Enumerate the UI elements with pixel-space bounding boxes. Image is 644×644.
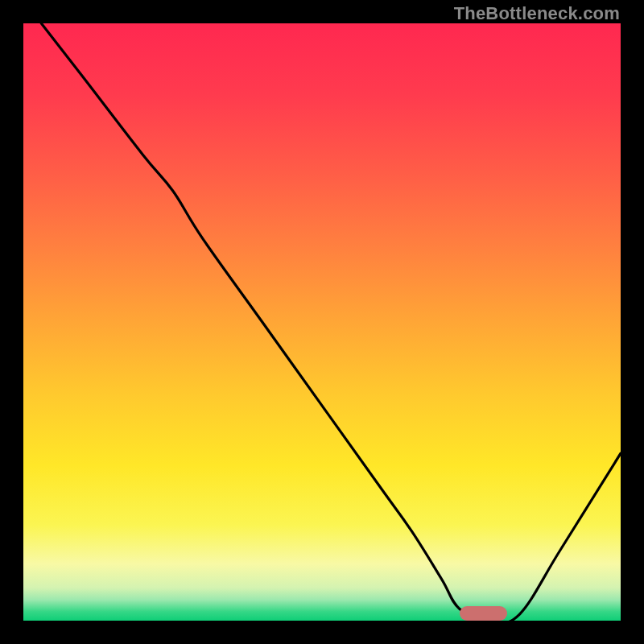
optimal-marker — [460, 606, 507, 621]
watermark-text: TheBottleneck.com — [454, 3, 620, 24]
plot-area — [23, 23, 621, 621]
chart-frame: TheBottleneck.com — [0, 0, 644, 644]
bottleneck-curve — [23, 23, 621, 621]
